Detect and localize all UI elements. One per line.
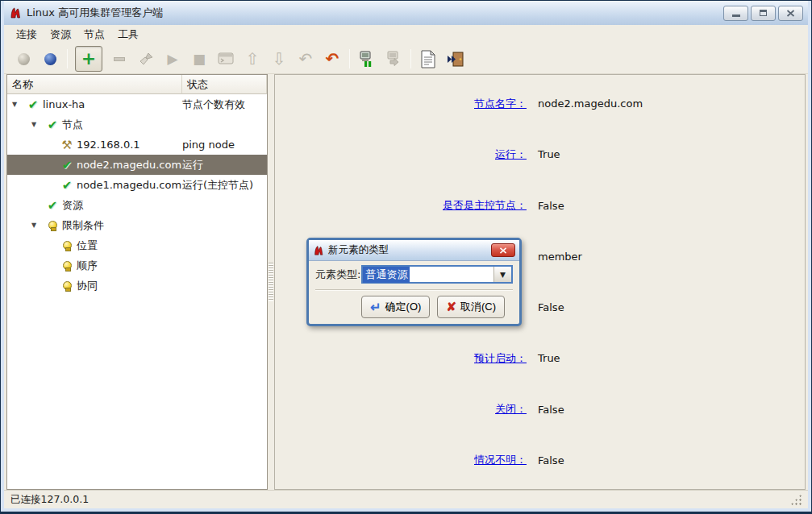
detail-label-is-dc[interactable]: 是否是主控节点： xyxy=(275,198,527,213)
detail-label-unclean[interactable]: 情况不明： xyxy=(275,453,527,467)
cleanup-icon xyxy=(136,48,156,69)
element-type-label: 元素类型: xyxy=(315,267,360,282)
tree-row-resources[interactable]: ▼ ✔ 资源 xyxy=(7,195,267,215)
window-titlebar[interactable]: Linux 高可用集群管理客户端 xyxy=(4,1,808,25)
expander-icon[interactable]: ▼ xyxy=(31,121,44,128)
remove-icon xyxy=(110,48,129,69)
tree-row-colocation[interactable]: 协同 xyxy=(7,276,267,296)
window-title: Linux 高可用集群管理客户端 xyxy=(27,6,163,20)
cancel-button-label: 取消(C) xyxy=(460,300,496,314)
resize-grip-icon[interactable] xyxy=(790,494,802,505)
dialog-close-button[interactable] xyxy=(491,243,515,257)
element-type-combobox[interactable]: 普通资源 ▼ xyxy=(361,265,513,284)
terminal-icon xyxy=(216,48,235,69)
detail-value: False xyxy=(538,404,564,416)
move-up-icon: ⇧ xyxy=(243,48,262,69)
combobox-dropdown-button[interactable]: ▼ xyxy=(493,267,511,282)
detail-label-running[interactable]: 运行： xyxy=(275,147,527,162)
detail-row: 情况不明： False xyxy=(275,435,805,486)
tree-row-node1[interactable]: ✔ node1.magedu.com 运行(主控节点) xyxy=(7,175,267,195)
bulb-icon xyxy=(63,241,72,250)
detail-value: False xyxy=(538,454,564,466)
tree-row-order[interactable]: 顺序 xyxy=(7,255,267,276)
column-header-status[interactable]: 状态 xyxy=(182,75,267,94)
detail-label-shutdown[interactable]: 关闭： xyxy=(275,402,527,417)
view-log-icon[interactable] xyxy=(418,48,438,69)
check-icon: ✔ xyxy=(48,198,58,213)
bulb-icon xyxy=(63,261,72,270)
detail-row: 关闭： False xyxy=(275,384,805,435)
tree-row-constraints[interactable]: ▼ 限制条件 xyxy=(7,215,267,235)
tree-row-label: node1.magedu.com xyxy=(77,179,181,191)
minimize-button[interactable] xyxy=(723,6,748,21)
undo-icon: ↶ xyxy=(296,48,315,69)
menu-tools[interactable]: 工具 xyxy=(112,25,144,44)
detail-label-node-name[interactable]: 节点名字： xyxy=(275,97,527,111)
tree-row-linux-ha[interactable]: ▼ ✔ linux-ha 节点个数有效 xyxy=(7,94,267,114)
add-button[interactable]: + xyxy=(75,46,102,72)
maximize-icon xyxy=(760,10,767,16)
minimize-icon xyxy=(732,15,740,17)
detail-value: node2.magedu.com xyxy=(538,97,643,110)
detail-value: member xyxy=(538,251,582,263)
dialog-separator xyxy=(315,289,513,291)
tree-row-ping-node[interactable]: ⚒ 192.168.0.1 ping node xyxy=(7,135,267,155)
pane-splitter[interactable] xyxy=(268,74,274,490)
toolbar-separator xyxy=(67,49,68,68)
menu-nodes[interactable]: 节点 xyxy=(78,25,110,44)
tree-row-label: 资源 xyxy=(62,198,83,213)
tree-row-status: 运行(主控节点) xyxy=(182,178,267,193)
tree-row-node2[interactable]: ✔ node2.magedu.com 运行 xyxy=(7,155,267,175)
detail-value: False xyxy=(538,301,564,313)
bulb-icon xyxy=(48,221,57,230)
stop-icon: ■ xyxy=(189,48,209,69)
tree-row-label: 顺序 xyxy=(77,259,98,273)
detail-value: False xyxy=(538,200,564,212)
splitter-grip-icon xyxy=(269,263,273,301)
expander-icon[interactable]: ▼ xyxy=(12,101,25,108)
column-header-name[interactable]: 名称 xyxy=(7,75,182,94)
combobox-selected-value: 普通资源 xyxy=(363,267,410,283)
detail-label-expected-up[interactable]: 预计启动： xyxy=(275,351,527,366)
detail-row: 节点名字： node2.magedu.com xyxy=(275,78,805,129)
status-bar: 已连接127.0.0.1 xyxy=(4,490,808,508)
detail-row: 是否是主控节点： False xyxy=(275,180,805,231)
tree-row-nodes[interactable]: ▼ ✔ 节点 xyxy=(7,114,267,135)
disconnect-icon[interactable] xyxy=(40,48,60,69)
expander-icon[interactable]: ▼ xyxy=(31,222,44,229)
toolbar-separator xyxy=(349,49,350,68)
standby-icon[interactable] xyxy=(357,48,377,69)
chevron-down-icon: ▼ xyxy=(500,271,506,279)
menu-bar: 连接 资源 节点 工具 xyxy=(4,25,808,44)
connect-icon xyxy=(14,48,33,69)
revert-icon[interactable]: ↶ xyxy=(323,48,342,69)
cancel-button[interactable]: ✘ 取消(C) xyxy=(437,296,505,318)
app-window: Linux 高可用集群管理客户端 连接 资源 节点 工具 + ▶ ■ xyxy=(0,0,812,514)
check-icon: ✔ xyxy=(62,178,73,193)
ok-button[interactable]: ↵ 确定(O) xyxy=(361,296,430,318)
tools-icon: ⚒ xyxy=(61,138,72,152)
tree-row-label: node2.magedu.com xyxy=(77,159,181,171)
ok-arrow-icon: ↵ xyxy=(370,300,381,315)
tree-row-status: 运行 xyxy=(182,158,267,172)
bulb-icon xyxy=(63,281,72,290)
maximize-button[interactable] xyxy=(751,6,776,21)
start-icon: ▶ xyxy=(163,48,182,69)
quit-icon[interactable] xyxy=(445,48,464,69)
heartbeat-logo-icon xyxy=(313,245,324,256)
move-down-icon: ⇩ xyxy=(269,48,289,69)
new-element-dialog: 新元素的类型 元素类型: 普通资源 ▼ ↵ 确定(O) ✘ xyxy=(306,238,522,326)
cluster-tree-panel: 名称 状态 ▼ ✔ linux-ha 节点个数有效 ▼ ✔ 节点 xyxy=(6,74,268,490)
menu-resources[interactable]: 资源 xyxy=(44,25,77,44)
check-icon: ✔ xyxy=(62,158,73,172)
tree-row-label: 限制条件 xyxy=(62,218,104,233)
tree-row-label: linux-ha xyxy=(43,98,85,110)
tree-row-label: 协同 xyxy=(77,279,98,293)
heartbeat-logo-icon xyxy=(9,6,22,19)
tree-row-location[interactable]: 位置 xyxy=(7,235,267,255)
tree-row-label: 192.168.0.1 xyxy=(77,139,140,151)
close-button[interactable] xyxy=(778,6,803,21)
menu-connect[interactable]: 连接 xyxy=(10,25,43,44)
dialog-titlebar[interactable]: 新元素的类型 xyxy=(309,240,519,261)
connection-status: 已连接127.0.0.1 xyxy=(10,493,89,507)
